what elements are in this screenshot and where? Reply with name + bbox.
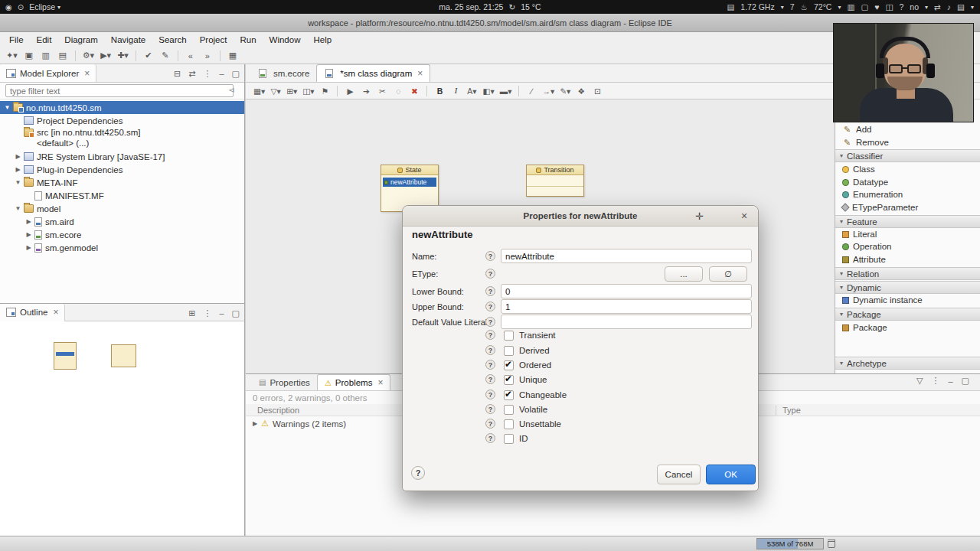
concerns-button[interactable]: ⊞▾	[285, 84, 299, 97]
view-menu-icon[interactable]: ⋮	[203, 308, 211, 318]
close-icon[interactable]: ×	[53, 307, 58, 318]
monitor-icon[interactable]: ◫	[886, 2, 893, 11]
palette-section-package[interactable]: ▾ Package	[835, 308, 980, 321]
help-icon[interactable]: ?	[485, 345, 495, 355]
palette-tool-dynamic-instance[interactable]: Dynamic instance	[835, 294, 980, 306]
tree-item-meta-inf[interactable]: ▼ META-INF	[0, 176, 244, 189]
font-color-button[interactable]: A▾	[465, 84, 479, 97]
new-element-button[interactable]: ✚▾	[115, 49, 131, 63]
palette-section-classifier[interactable]: ▾ Classifier	[835, 149, 980, 162]
expand-arrow-icon[interactable]: ▶	[253, 420, 257, 427]
lower-bound-input[interactable]	[501, 284, 752, 298]
italic-button[interactable]: I	[449, 84, 462, 97]
menu-search[interactable]: Search	[152, 34, 192, 46]
help-icon[interactable]: ?	[485, 419, 495, 429]
class-node-header[interactable]: State	[381, 165, 438, 175]
changeable-checkbox[interactable]	[504, 390, 514, 400]
filter-input[interactable]	[5, 84, 234, 97]
help-icon[interactable]: ?	[485, 390, 495, 399]
trash-icon[interactable]	[828, 540, 835, 548]
tree-item-model[interactable]: ▼ model	[0, 202, 244, 215]
palette-tool-literal[interactable]: Literal	[835, 228, 980, 240]
cpu-temperature-indicator[interactable]: 72°C	[814, 2, 831, 11]
help-icon[interactable]: ?	[485, 269, 495, 279]
upper-bound-input[interactable]	[501, 299, 752, 314]
class-node-header[interactable]: Transition	[527, 165, 583, 175]
hide-element-button[interactable]: ◌	[391, 84, 405, 97]
transient-checkbox[interactable]	[504, 331, 514, 341]
power-icon[interactable]: ◉	[5, 3, 12, 11]
menu-diagram[interactable]: Diagram	[58, 34, 103, 46]
help-icon[interactable]: ?	[485, 404, 495, 414]
arrange-button[interactable]: ❖	[574, 84, 588, 97]
etype-clear-button[interactable]: ∅	[709, 266, 747, 282]
unsettable-checkbox[interactable]	[504, 419, 514, 429]
dialog-help-button[interactable]: ?	[411, 466, 425, 480]
cut-button[interactable]: ✂	[375, 84, 389, 97]
delete-from-model-button[interactable]: ✖	[407, 84, 421, 97]
weather-temperature[interactable]: 15 °C	[521, 2, 541, 11]
layers-button[interactable]: ▦▾	[252, 84, 266, 97]
tree-item-sm-genmodel[interactable]: ▶ sm.genmodel	[0, 241, 244, 254]
palette-tool-class[interactable]: Class	[835, 163, 980, 175]
menu-run[interactable]: Run	[234, 34, 262, 46]
unique-checkbox[interactable]	[504, 375, 514, 385]
view-menu-icon[interactable]: ⋮	[203, 69, 211, 79]
tab-model-explorer[interactable]: Model Explorer ×	[0, 64, 96, 82]
tab-sm-ecore[interactable]: sm.ecore	[250, 64, 316, 82]
minimize-icon[interactable]: –	[219, 69, 224, 78]
display-icon[interactable]: ▢	[861, 2, 868, 11]
default-value-input[interactable]	[501, 315, 752, 329]
help-icon[interactable]: ?	[485, 302, 495, 311]
bold-button[interactable]: B	[433, 84, 446, 97]
maximize-icon[interactable]: ▢	[232, 69, 240, 79]
expand-arrow-icon[interactable]: ▶	[24, 231, 33, 238]
menu-edit[interactable]: Edit	[31, 34, 58, 46]
clear-filter-icon[interactable]: ⊲	[229, 86, 235, 94]
help-icon[interactable]: ?	[485, 433, 495, 443]
expand-arrow-icon[interactable]: ▶	[24, 244, 33, 251]
palette-tool-etypeparameter[interactable]: ETypeParameter	[835, 201, 980, 214]
menu-navigate[interactable]: Navigate	[105, 34, 152, 46]
expand-arrow-icon[interactable]: ▶	[14, 153, 22, 160]
filter-icon[interactable]: ▽	[916, 376, 923, 386]
debug-button[interactable]: ⚙▾	[80, 49, 96, 63]
filters-button[interactable]: ▽▾	[269, 84, 283, 97]
validate-button[interactable]: ✔	[141, 49, 156, 63]
cpu-frequency-indicator[interactable]: 1.72 GHz	[740, 2, 774, 11]
menu-file[interactable]: File	[3, 34, 30, 46]
tree-item-project[interactable]: ▼ no.ntnu.tdt4250.sm	[0, 101, 244, 114]
expand-arrow-icon[interactable]: ▼	[14, 205, 22, 212]
show-hide-button[interactable]: ◫▾	[301, 84, 315, 97]
cancel-button[interactable]: Cancel	[657, 465, 701, 484]
menu-help[interactable]: Help	[307, 34, 338, 46]
run-button[interactable]: ▶▾	[98, 49, 113, 63]
palette-tool-attribute[interactable]: Attribute	[835, 253, 980, 266]
sort-icon[interactable]: ⊞	[188, 308, 195, 318]
palette-section-dynamic[interactable]: ▾ Dynamic	[835, 281, 980, 294]
outline-thumbnail-transition[interactable]	[111, 344, 136, 367]
expand-arrow-icon[interactable]: ▼	[3, 104, 11, 111]
tree-item-jre-library[interactable]: ▶ JRE System Library [JavaSE-17]	[0, 150, 244, 163]
close-icon[interactable]: ×	[737, 209, 751, 223]
link-with-editor-icon[interactable]: ⇄	[188, 69, 195, 79]
close-icon[interactable]: ×	[84, 68, 90, 79]
tab-problems[interactable]: ⚠ Problems ×	[317, 374, 391, 390]
maximize-icon[interactable]: ▢	[232, 308, 240, 318]
clipboard-icon[interactable]: ▤	[727, 2, 734, 11]
palette-section-archetype[interactable]: ▾ Archetype	[835, 357, 980, 370]
palette-tool-remove[interactable]: ✎ Remove	[835, 136, 980, 148]
derived-checkbox[interactable]	[504, 346, 514, 356]
outline-thumbnail-state[interactable]	[54, 342, 77, 370]
keyboard-layout-indicator[interactable]: no	[910, 2, 919, 11]
column-description[interactable]: Description	[257, 406, 299, 415]
line-color-button[interactable]: ▬▾	[498, 84, 514, 97]
warnings-group-row[interactable]: ▶ ⚠ Warnings (2 items)	[253, 419, 346, 429]
select-mode-button[interactable]: ▶	[343, 84, 357, 97]
volatile-checkbox[interactable]	[504, 405, 514, 415]
expand-arrow-icon[interactable]: ▶	[24, 218, 33, 225]
id-checkbox[interactable]	[504, 434, 514, 444]
tree-item-src[interactable]: src [in no.ntnu.tdt4250.sm] <default> (.…	[0, 127, 244, 150]
pin-button[interactable]: ⚑	[318, 84, 332, 97]
minimize-icon[interactable]: –	[948, 377, 952, 386]
